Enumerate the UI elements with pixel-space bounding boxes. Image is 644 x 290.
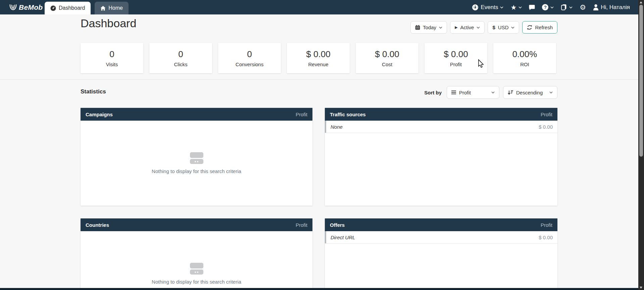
list-icon [451,90,456,94]
sort-field-select[interactable]: Profit [447,86,499,99]
scroll-down-arrow[interactable] [640,287,642,289]
scrollbar-thumb[interactable] [639,5,643,157]
stat-label: Conversions [236,61,263,67]
user-icon [593,4,599,10]
chevron-down-icon [518,6,522,8]
bemob-logo[interactable]: BeMob [9,3,43,11]
mouse-cursor [478,59,484,70]
user-greeting: Hi, Наталія [601,4,630,11]
stat-value: $ 0.00 [306,49,330,59]
panel-metric-label: Profit [296,112,307,117]
tab-label: Dashboard [59,5,85,11]
stat-value: 0 [178,49,183,59]
countries-panel-body: Nothing to display for this search crite… [81,231,312,290]
home-icon [100,6,106,11]
stat-card-conversions: 0 Conversions [218,43,281,73]
date-range-button[interactable]: Today [410,21,447,34]
panel-metric-label: Profit [541,112,552,117]
play-icon: ▶ [455,26,457,29]
help-menu[interactable]: ? [542,4,554,10]
events-gauge-icon [472,4,479,11]
sort-direction-select[interactable]: Descending [503,86,557,99]
settings-button[interactable]: ⚙ [580,4,586,11]
stat-card-cost: $ 0.00 Cost [356,43,418,73]
empty-results-icon [190,263,203,275]
panel-metric-label: Profit [541,222,552,228]
vertical-scrollbar[interactable] [638,0,644,290]
status-label: Active [460,25,474,30]
chevron-down-icon [500,6,503,8]
campaigns-panel-header: Campaigns Profit [81,108,312,121]
chevron-down-icon [550,6,554,8]
row-value: $ 0.00 [539,124,553,130]
section-divider [0,79,638,80]
stat-card-visits: 0 Visits [81,43,143,73]
currency-label: USD [498,25,509,30]
page-title: Dashboard [81,17,136,30]
chat-bubble-icon [529,4,535,10]
panel-title: Campaigns [86,112,113,117]
refresh-icon [527,25,532,30]
chevron-down-icon [569,6,573,8]
chevron-down-icon [491,91,495,93]
sort-field-value: Profit [459,90,471,95]
stat-value: 0 [109,49,114,59]
stat-value: 0 [247,49,252,59]
currency-button[interactable]: $ USD [488,21,519,34]
countries-panel-header: Countries Profit [81,218,312,231]
chevron-down-icon [511,27,514,29]
question-circle-icon: ? [542,4,548,10]
tab-dashboard[interactable]: Dashboard [45,2,91,14]
refresh-button[interactable]: Refresh [522,21,557,34]
stat-value: $ 0.00 [375,49,399,59]
refresh-label: Refresh [535,25,553,30]
dollar-icon: $ [492,25,495,30]
stat-label: Cost [382,61,392,67]
panel-title: Countries [86,222,109,228]
events-menu[interactable]: Events [472,4,503,11]
traffic-sources-panel: Traffic sources Profit None $ 0.00 [325,108,557,206]
panel-metric-label: Profit [296,222,307,228]
library-icon [561,4,567,10]
dashboard-toolbar: Today ▶ Active $ USD Refresh [425,21,557,34]
sort-direction-value: Descending [516,90,543,95]
sort-descending-icon [508,90,513,95]
tab-home[interactable]: Home [95,2,129,14]
statistics-heading: Statistics [81,88,106,95]
row-accent-bar [325,121,326,133]
countries-panel: Countries Profit Nothing to display for … [81,218,312,290]
empty-results-icon [190,152,203,164]
table-row[interactable]: Direct URL $ 0.00 [325,231,557,244]
empty-state: Nothing to display for this search crite… [81,121,312,206]
resources-menu[interactable] [561,4,573,10]
offers-panel-body: Direct URL $ 0.00 [325,231,557,290]
feedback-button[interactable] [529,4,535,10]
empty-state-text: Nothing to display for this search crite… [152,168,241,174]
brand-name: BeMob [19,3,43,11]
sort-controls: Sort by Profit Descending [421,86,557,99]
nav-tabs: Dashboard Home [45,2,129,14]
offers-panel: Offers Profit Direct URL $ 0.00 [325,218,557,290]
stat-card-clicks: 0 Clicks [149,43,212,73]
stat-value: 0.00% [512,49,537,59]
gear-icon: ⚙ [580,4,586,11]
chevron-down-icon [477,27,480,29]
traffic-sources-panel-header: Traffic sources Profit [325,108,557,121]
stat-value: $ 0.00 [444,49,468,59]
scroll-up-arrow[interactable] [640,1,642,3]
top-navbar: BeMob Dashboard Home [0,0,638,14]
campaigns-panel: Campaigns Profit Nothing to display for … [81,108,312,206]
sort-by-label: Sort by [424,90,442,95]
row-value: $ 0.00 [539,235,553,240]
row-name: None [331,124,343,130]
events-label: Events [481,4,498,11]
stat-cards-row: 0 Visits 0 Clicks 0 Conversions $ 0.00 R… [81,43,556,73]
user-menu[interactable]: Hi, Наталія [593,4,630,11]
chevron-down-icon [549,91,553,93]
status-filter-button[interactable]: ▶ Active [450,21,485,34]
traffic-sources-panel-body: None $ 0.00 [325,121,557,206]
favorites-menu[interactable]: ★ [510,4,522,11]
row-name: Direct URL [331,235,355,240]
table-row[interactable]: None $ 0.00 [325,121,557,133]
panel-title: Offers [330,222,345,228]
